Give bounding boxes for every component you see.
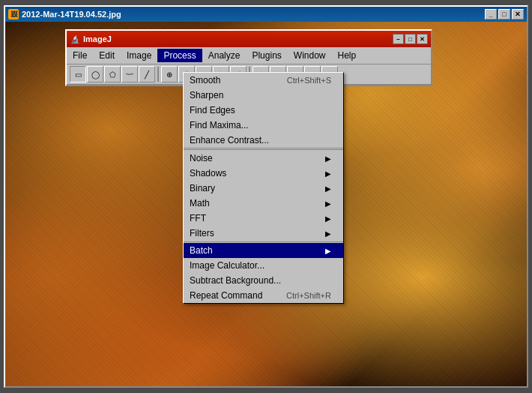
background-image: 🔬 ImageJ − □ ✕ File Edit Image Process A… bbox=[5, 22, 527, 386]
menu-batch[interactable]: Batch ▶ bbox=[184, 243, 343, 258]
outer-win-controls: _ □ ✕ bbox=[485, 9, 524, 20]
menu-fft-arrow: ▶ bbox=[325, 214, 331, 223]
menu-image-calculator[interactable]: Image Calculator... bbox=[184, 258, 343, 273]
menu-enhance-contrast-label: Enhance Contrast... bbox=[190, 135, 269, 146]
tool-rectangle[interactable]: ▭ bbox=[70, 66, 86, 82]
toolbar-separator-1 bbox=[157, 67, 159, 82]
menu-repeat-command-label: Repeat Command bbox=[190, 290, 262, 301]
menu-sharpen-label: Sharpen bbox=[190, 90, 223, 100]
menu-find-edges-label: Find Edges bbox=[190, 105, 235, 116]
menu-math[interactable]: Math ▶ bbox=[184, 196, 343, 211]
menu-find-edges[interactable]: Find Edges bbox=[184, 103, 343, 118]
menu-analyze[interactable]: Analyze bbox=[202, 49, 247, 62]
imagej-title-content: 🔬 ImageJ bbox=[70, 34, 112, 44]
menu-window[interactable]: Window bbox=[288, 49, 332, 62]
imagej-maximize-button[interactable]: □ bbox=[405, 34, 416, 44]
menu-repeat-command[interactable]: Repeat Command Ctrl+Shift+R bbox=[184, 288, 343, 303]
menu-batch-arrow: ▶ bbox=[325, 247, 331, 255]
menu-noise[interactable]: Noise ▶ bbox=[184, 151, 343, 166]
menu-binary-arrow: ▶ bbox=[325, 184, 331, 193]
menu-filters-arrow: ▶ bbox=[325, 230, 331, 238]
outer-minimize-button[interactable]: _ bbox=[485, 9, 497, 20]
outer-title-text: 🖼 2012-Mar-14T19.04.52.jpg bbox=[8, 9, 121, 20]
menu-find-maxima-label: Find Maxima... bbox=[190, 120, 249, 130]
imagej-minimize-button[interactable]: − bbox=[393, 34, 404, 44]
menu-separator-1 bbox=[184, 149, 343, 150]
outer-title-label: 2012-Mar-14T19.04.52.jpg bbox=[22, 10, 121, 19]
menu-smooth-label: Smooth bbox=[190, 75, 220, 86]
imagej-title-bar: 🔬 ImageJ − □ ✕ bbox=[67, 31, 431, 47]
process-dropdown-menu: Smooth Ctrl+Shift+S Sharpen Find Edges F… bbox=[183, 72, 344, 304]
menu-enhance-contrast[interactable]: Enhance Contrast... bbox=[184, 133, 343, 148]
menu-find-maxima[interactable]: Find Maxima... bbox=[184, 118, 343, 133]
tool-oval[interactable]: ◯ bbox=[87, 66, 103, 82]
menu-shadows[interactable]: Shadows ▶ bbox=[184, 166, 343, 181]
imagej-title-label: ImageJ bbox=[83, 34, 112, 44]
menu-image[interactable]: Image bbox=[121, 49, 157, 62]
outer-maximize-button[interactable]: □ bbox=[498, 9, 510, 20]
menu-binary-label: Binary bbox=[190, 183, 215, 194]
menu-edit[interactable]: Edit bbox=[93, 49, 121, 62]
menu-plugins[interactable]: Plugins bbox=[246, 49, 287, 62]
menu-shadows-arrow: ▶ bbox=[325, 170, 331, 178]
menu-math-label: Math bbox=[190, 198, 210, 208]
menu-image-calculator-label: Image Calculator... bbox=[190, 260, 265, 271]
outer-window: 🖼 2012-Mar-14T19.04.52.jpg _ □ ✕ 🔬 Image… bbox=[4, 5, 528, 388]
outer-title-bar: 🖼 2012-Mar-14T19.04.52.jpg _ □ ✕ bbox=[5, 7, 527, 22]
menu-process[interactable]: Process bbox=[157, 49, 202, 62]
imagej-window: 🔬 ImageJ − □ ✕ File Edit Image Process A… bbox=[65, 29, 432, 86]
tool-polygon[interactable]: ⬠ bbox=[104, 66, 121, 82]
tool-line[interactable]: ╱ bbox=[139, 66, 155, 82]
menu-subtract-background-label: Subtract Background... bbox=[190, 275, 281, 286]
menu-shadows-label: Shadows bbox=[190, 168, 226, 178]
menu-smooth-shortcut: Ctrl+Shift+S bbox=[287, 76, 331, 85]
menu-batch-label: Batch bbox=[190, 245, 213, 256]
menu-smooth[interactable]: Smooth Ctrl+Shift+S bbox=[184, 73, 343, 88]
menu-filters[interactable]: Filters ▶ bbox=[184, 226, 343, 241]
menu-noise-arrow: ▶ bbox=[325, 154, 331, 163]
outer-close-button[interactable]: ✕ bbox=[512, 9, 524, 20]
menu-separator-2 bbox=[184, 242, 343, 242]
menu-noise-label: Noise bbox=[190, 153, 213, 164]
menu-math-arrow: ▶ bbox=[325, 200, 331, 208]
menu-sharpen[interactable]: Sharpen bbox=[184, 88, 343, 103]
menubar: File Edit Image Process Analyze Plugins … bbox=[67, 47, 431, 64]
tool-magnify[interactable]: ⊕ bbox=[161, 66, 178, 82]
menu-repeat-command-shortcut: Ctrl+Shift+R bbox=[286, 291, 331, 300]
menu-file[interactable]: File bbox=[67, 49, 93, 62]
menu-fft[interactable]: FFT ▶ bbox=[184, 211, 343, 226]
menu-filters-label: Filters bbox=[190, 228, 214, 238]
imagej-win-controls: − □ ✕ bbox=[393, 34, 428, 44]
menu-fft-label: FFT bbox=[190, 213, 206, 224]
imagej-icon: 🔬 bbox=[70, 34, 80, 44]
tool-freehand[interactable]: 〰 bbox=[121, 66, 138, 82]
menu-help[interactable]: Help bbox=[332, 49, 363, 62]
imagej-close-button[interactable]: ✕ bbox=[417, 34, 428, 44]
menu-subtract-background[interactable]: Subtract Background... bbox=[184, 273, 343, 288]
outer-window-icon: 🖼 bbox=[8, 9, 19, 20]
menu-binary[interactable]: Binary ▶ bbox=[184, 181, 343, 196]
